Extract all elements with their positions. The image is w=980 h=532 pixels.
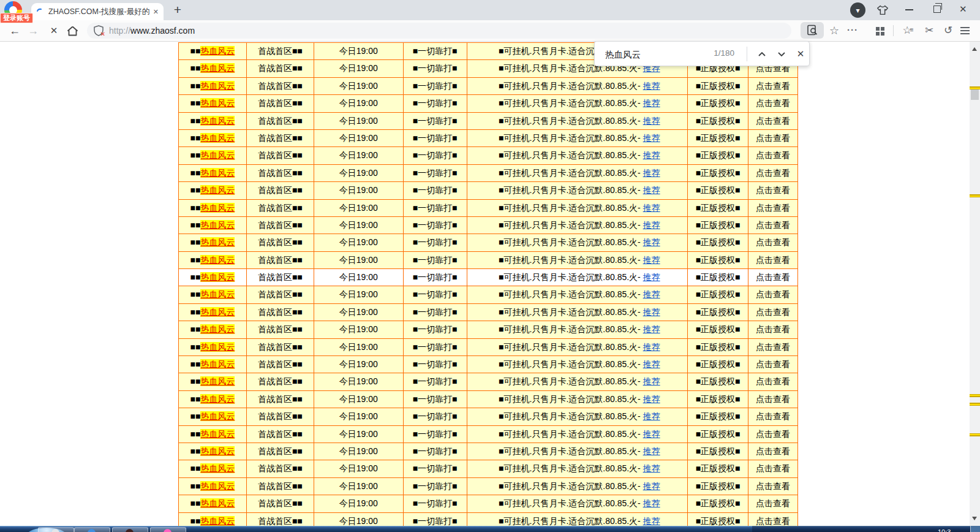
- table-row[interactable]: ■■热血风云 首战首区■■ 今日19:00 ■一切靠打■ ■可挂机.只售月卡.适…: [179, 408, 798, 425]
- recommend-link[interactable]: 推荐: [643, 289, 660, 299]
- table-row[interactable]: ■■热血风云 首战首区■■ 今日19:00 ■一切靠打■ ■可挂机.只售月卡.适…: [179, 164, 798, 181]
- table-row[interactable]: ■■热血风云 首战首区■■ 今日19:00 ■一切靠打■ ■可挂机.只售月卡.适…: [179, 199, 798, 216]
- table-row[interactable]: ■■热血风云 首战首区■■ 今日19:00 ■一切靠打■ ■可挂机.只售月卡.适…: [179, 286, 798, 303]
- recommend-link[interactable]: 推荐: [643, 376, 660, 386]
- undo-icon[interactable]: ↺: [941, 20, 956, 41]
- server-name-link[interactable]: 热血风云: [200, 429, 235, 439]
- server-name-link[interactable]: 热血风云: [200, 359, 235, 369]
- security-shield-icon[interactable]: ✕: [94, 25, 104, 36]
- table-row[interactable]: ■■热血风云 首战首区■■ 今日19:00 ■一切靠打■ ■可挂机.只售月卡.适…: [179, 181, 798, 199]
- show-desktop-button[interactable]: [970, 526, 980, 532]
- favorites-list-icon[interactable]: ☆≡: [901, 20, 917, 41]
- table-row[interactable]: ■■热血风云 首战首区■■ 今日19:00 ■一切靠打■ ■可挂机.只售月卡.适…: [179, 234, 798, 251]
- server-name-link[interactable]: 热血风云: [200, 516, 235, 526]
- table-row[interactable]: ■■热血风云 首战首区■■ 今日19:00 ■一切靠打■ ■可挂机.只售月卡.适…: [179, 94, 798, 112]
- server-name-link[interactable]: 热血风云: [200, 237, 235, 247]
- scrollbar[interactable]: [970, 42, 980, 526]
- bookmark-star-icon[interactable]: ☆: [827, 20, 842, 41]
- recommend-link[interactable]: 推荐: [643, 168, 660, 178]
- recommend-link[interactable]: 推荐: [643, 116, 660, 126]
- recommend-link[interactable]: 推荐: [643, 446, 660, 456]
- server-name-link[interactable]: 热血风云: [200, 150, 235, 160]
- recommend-link[interactable]: 推荐: [643, 498, 660, 508]
- login-account-badge[interactable]: 登录账号: [0, 13, 33, 23]
- table-row[interactable]: ■■热血风云 首战首区■■ 今日19:00 ■一切靠打■ ■可挂机.只售月卡.适…: [179, 321, 798, 338]
- server-name-link[interactable]: 热血风云: [200, 272, 235, 282]
- server-name-link[interactable]: 热血风云: [200, 481, 235, 491]
- restore-button[interactable]: [933, 6, 941, 13]
- forward-button[interactable]: →: [26, 20, 40, 41]
- view-link[interactable]: 点击查看: [756, 116, 790, 126]
- server-name-link[interactable]: 热血风云: [200, 168, 235, 178]
- view-link[interactable]: 点击查看: [756, 150, 790, 160]
- recommend-link[interactable]: 推荐: [643, 481, 660, 491]
- back-button[interactable]: ←: [7, 20, 22, 41]
- recommend-link[interactable]: 推荐: [643, 342, 660, 352]
- new-tab-button[interactable]: +: [169, 1, 186, 18]
- table-row[interactable]: ■■热血风云 首战首区■■ 今日19:00 ■一切靠打■ ■可挂机.只售月卡.适…: [179, 390, 798, 408]
- view-link[interactable]: 点击查看: [756, 498, 790, 508]
- view-link[interactable]: 点击查看: [756, 255, 790, 265]
- minimize-button[interactable]: [905, 9, 913, 10]
- scrollbar-thumb[interactable]: [971, 89, 979, 100]
- recommend-link[interactable]: 推荐: [643, 185, 660, 195]
- server-name-link[interactable]: 热血风云: [200, 255, 235, 265]
- stop-button[interactable]: ✕: [47, 20, 61, 41]
- server-name-link[interactable]: 热血风云: [200, 81, 235, 91]
- server-name-link[interactable]: 热血风云: [200, 376, 235, 386]
- view-link[interactable]: 点击查看: [756, 185, 790, 195]
- table-row[interactable]: ■■热血风云 首战首区■■ 今日19:00 ■一切靠打■ ■可挂机.只售月卡.适…: [179, 495, 798, 512]
- view-link[interactable]: 点击查看: [756, 481, 790, 491]
- view-link[interactable]: 点击查看: [756, 289, 790, 299]
- server-name-link[interactable]: 热血风云: [200, 498, 235, 508]
- find-input[interactable]: [604, 47, 710, 63]
- table-row[interactable]: ■■热血风云 首战首区■■ 今日19:00 ■一切靠打■ ■可挂机.只售月卡.适…: [179, 477, 798, 495]
- more-options-icon[interactable]: ···: [845, 20, 861, 41]
- server-name-link[interactable]: 热血风云: [200, 116, 235, 126]
- find-previous-button[interactable]: [755, 47, 769, 61]
- find-in-page-button[interactable]: [801, 22, 824, 39]
- view-link[interactable]: 点击查看: [756, 359, 790, 369]
- view-link[interactable]: 点击查看: [756, 394, 790, 404]
- recommend-link[interactable]: 推荐: [643, 516, 660, 526]
- tab-close-icon[interactable]: ✕: [153, 8, 159, 16]
- recommend-link[interactable]: 推荐: [643, 81, 660, 91]
- view-link[interactable]: 点击查看: [756, 463, 790, 473]
- taskbar-app-button[interactable]: [112, 527, 148, 532]
- recommend-link[interactable]: 推荐: [643, 429, 660, 439]
- view-link[interactable]: 点击查看: [756, 203, 790, 213]
- view-link[interactable]: 点击查看: [756, 168, 790, 178]
- server-name-link[interactable]: 热血风云: [200, 133, 235, 143]
- server-name-link[interactable]: 热血风云: [200, 46, 235, 56]
- view-link[interactable]: 点击查看: [756, 376, 790, 386]
- scrollbar-up-arrow[interactable]: [972, 47, 977, 51]
- scrollbar-down-arrow[interactable]: [972, 517, 977, 520]
- view-link[interactable]: 点击查看: [756, 429, 790, 439]
- server-name-link[interactable]: 热血风云: [200, 203, 235, 213]
- recommend-link[interactable]: 推荐: [643, 463, 660, 473]
- table-row[interactable]: ■■热血风云 首战首区■■ 今日19:00 ■一切靠打■ ■可挂机.只售月卡.适…: [179, 112, 798, 129]
- recommend-link[interactable]: 推荐: [643, 220, 660, 230]
- recommend-link[interactable]: 推荐: [643, 150, 660, 160]
- menu-hamburger-icon[interactable]: [960, 27, 970, 28]
- recommend-link[interactable]: 推荐: [643, 394, 660, 404]
- table-row[interactable]: ■■热血风云 首战首区■■ 今日19:00 ■一切靠打■ ■可挂机.只售月卡.适…: [179, 251, 798, 268]
- recommend-link[interactable]: 推荐: [643, 324, 660, 334]
- server-name-link[interactable]: 热血风云: [200, 324, 235, 334]
- table-row[interactable]: ■■热血风云 首战首区■■ 今日19:00 ■一切靠打■ ■可挂机.只售月卡.适…: [179, 77, 798, 94]
- close-button[interactable]: ✕: [959, 4, 967, 15]
- server-name-link[interactable]: 热血风云: [200, 394, 235, 404]
- recommend-link[interactable]: 推荐: [643, 203, 660, 213]
- server-name-link[interactable]: 热血风云: [200, 289, 235, 299]
- view-link[interactable]: 点击查看: [756, 411, 790, 421]
- table-row[interactable]: ■■热血风云 首战首区■■ 今日19:00 ■一切靠打■ ■可挂机.只售月卡.适…: [179, 512, 798, 526]
- table-row[interactable]: ■■热血风云 首战首区■■ 今日19:00 ■一切靠打■ ■可挂机.只售月卡.适…: [179, 373, 798, 390]
- address-bar[interactable]: ✕ http://www.zhaosf.com: [87, 23, 791, 39]
- taskbar-app-button[interactable]: [38, 527, 74, 532]
- server-name-link[interactable]: 热血风云: [200, 342, 235, 352]
- view-link[interactable]: 点击查看: [756, 133, 790, 143]
- view-link[interactable]: 点击查看: [756, 324, 790, 334]
- view-link[interactable]: 点击查看: [756, 237, 790, 247]
- find-next-button[interactable]: [775, 47, 788, 61]
- theme-skin-icon[interactable]: [876, 4, 889, 16]
